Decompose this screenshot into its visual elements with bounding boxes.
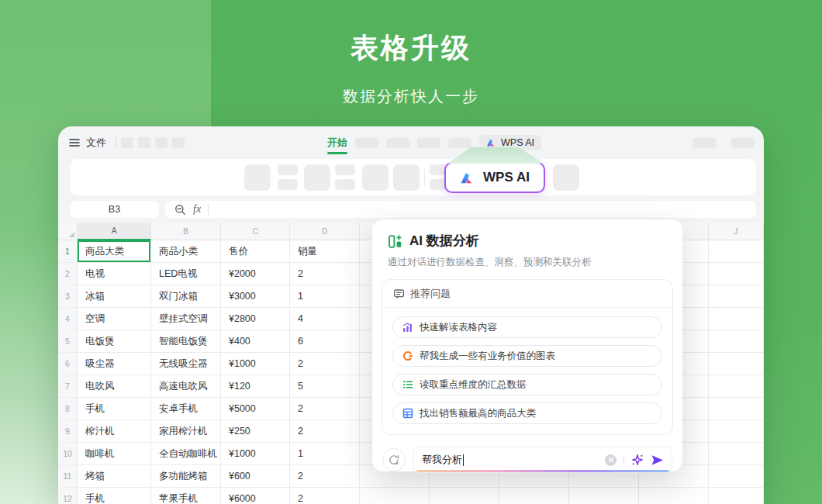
cell[interactable] bbox=[569, 488, 639, 504]
cell[interactable]: ¥2800 bbox=[221, 308, 290, 330]
toolbar-button-placeholder[interactable] bbox=[244, 164, 271, 191]
row-header-2[interactable]: 2 bbox=[58, 263, 78, 285]
cell[interactable]: 1 bbox=[290, 443, 360, 465]
clear-input-button[interactable] bbox=[605, 454, 616, 466]
row-header-10[interactable]: 10 bbox=[58, 443, 78, 465]
cell[interactable] bbox=[709, 420, 764, 443]
tab-placeholder[interactable] bbox=[386, 138, 409, 148]
toolbar-button-placeholder[interactable] bbox=[335, 164, 355, 190]
file-menu[interactable]: 文件 bbox=[86, 136, 106, 150]
select-all-corner[interactable] bbox=[58, 223, 78, 240]
cell[interactable]: 手机 bbox=[78, 488, 151, 504]
window-control-placeholder[interactable] bbox=[692, 138, 716, 148]
cell[interactable] bbox=[709, 443, 764, 465]
cell[interactable]: ¥1000 bbox=[221, 353, 290, 375]
cell[interactable] bbox=[709, 330, 764, 353]
cell[interactable]: 高速电吹风 bbox=[151, 375, 221, 398]
row-header-9[interactable]: 9 bbox=[58, 420, 78, 443]
cell[interactable]: 2 bbox=[290, 353, 360, 375]
cell[interactable]: 1 bbox=[290, 285, 360, 308]
row-header-5[interactable]: 5 bbox=[58, 330, 78, 353]
cell[interactable]: 2 bbox=[290, 465, 360, 488]
cell[interactable] bbox=[709, 308, 764, 330]
tab-placeholder[interactable] bbox=[417, 138, 440, 148]
cell[interactable] bbox=[709, 285, 764, 308]
cell[interactable]: 手机 bbox=[78, 398, 151, 420]
row-header-11[interactable]: 11 bbox=[58, 465, 78, 488]
tab-placeholder[interactable] bbox=[355, 138, 378, 148]
cell[interactable]: 商品大类 bbox=[78, 240, 151, 263]
cell[interactable]: ¥5000 bbox=[221, 398, 290, 420]
tab-home[interactable]: 开始 bbox=[327, 136, 347, 150]
cell[interactable] bbox=[709, 465, 764, 488]
cell[interactable]: 5 bbox=[290, 375, 360, 398]
formula-input-bar[interactable]: fx bbox=[165, 201, 756, 218]
cell[interactable] bbox=[639, 488, 709, 504]
column-header-B[interactable]: B bbox=[151, 223, 221, 240]
cell[interactable] bbox=[360, 488, 430, 504]
hamburger-menu-icon[interactable] bbox=[68, 136, 81, 149]
cell[interactable]: 咖啡机 bbox=[78, 443, 151, 465]
cell[interactable]: 电视 bbox=[78, 263, 151, 285]
suggestion-pill[interactable]: 帮我生成一些有业务价值的图表 bbox=[392, 345, 662, 367]
cell[interactable]: 2 bbox=[290, 488, 360, 504]
ai-input[interactable]: 帮我分析 bbox=[413, 447, 672, 473]
cell[interactable] bbox=[709, 488, 764, 504]
cell[interactable]: 2 bbox=[290, 263, 360, 285]
cell[interactable]: ¥2000 bbox=[221, 263, 290, 285]
cell[interactable]: 壁挂式空调 bbox=[151, 308, 221, 330]
column-header-C[interactable]: C bbox=[221, 223, 290, 240]
cell[interactable]: 6 bbox=[290, 330, 360, 353]
cell[interactable] bbox=[709, 240, 764, 263]
quick-action-placeholder[interactable] bbox=[121, 137, 133, 148]
cell[interactable]: LED电视 bbox=[151, 263, 221, 285]
toolbar-button-placeholder[interactable] bbox=[278, 164, 298, 190]
row-header-1[interactable]: 1 bbox=[58, 240, 78, 263]
column-header-J[interactable]: J bbox=[709, 223, 764, 240]
cell[interactable]: 全自动咖啡机 bbox=[151, 443, 221, 465]
cell[interactable]: ¥400 bbox=[221, 330, 290, 353]
cell[interactable]: 烤箱 bbox=[78, 465, 151, 488]
cell[interactable]: ¥120 bbox=[221, 375, 290, 398]
cell[interactable]: ¥1000 bbox=[221, 443, 290, 465]
cell[interactable]: 苹果手机 bbox=[151, 488, 221, 504]
quick-action-placeholder[interactable] bbox=[155, 137, 168, 148]
row-header-12[interactable]: 12 bbox=[58, 488, 78, 504]
column-header-D[interactable]: D bbox=[290, 223, 360, 240]
quick-action-placeholder[interactable] bbox=[172, 137, 185, 148]
cell[interactable]: ¥250 bbox=[221, 420, 290, 443]
cell[interactable] bbox=[430, 488, 499, 504]
cell[interactable]: 智能电饭煲 bbox=[151, 330, 221, 353]
cell[interactable]: 电饭煲 bbox=[78, 330, 151, 353]
cell[interactable]: 2 bbox=[290, 420, 360, 443]
cell[interactable]: 2 bbox=[290, 398, 360, 420]
cell[interactable]: 冰箱 bbox=[78, 285, 151, 308]
cell[interactable]: 安卓手机 bbox=[151, 398, 221, 420]
new-conversation-button[interactable] bbox=[382, 448, 406, 471]
cell[interactable] bbox=[709, 398, 764, 420]
window-control-placeholder[interactable] bbox=[731, 138, 755, 148]
cell[interactable]: 4 bbox=[290, 308, 360, 330]
cell[interactable]: 榨汁机 bbox=[78, 420, 151, 443]
row-header-3[interactable]: 3 bbox=[58, 285, 78, 308]
cell[interactable]: ¥600 bbox=[221, 465, 290, 488]
cell[interactable] bbox=[709, 353, 764, 375]
cell[interactable]: 商品小类 bbox=[151, 240, 221, 263]
row-header-4[interactable]: 4 bbox=[58, 308, 78, 330]
suggestion-pill[interactable]: 找出销售额最高的商品大类 bbox=[392, 402, 662, 424]
cell[interactable]: 空调 bbox=[78, 308, 151, 330]
cell-reference-box[interactable]: B3 bbox=[70, 201, 159, 218]
cell[interactable]: 双门冰箱 bbox=[151, 285, 221, 308]
send-button[interactable] bbox=[651, 454, 664, 466]
cell[interactable]: ¥3000 bbox=[221, 285, 290, 308]
cell[interactable]: 吸尘器 bbox=[78, 353, 151, 375]
cell[interactable] bbox=[709, 375, 764, 398]
cell[interactable]: 售价 bbox=[221, 240, 290, 263]
toolbar-button-placeholder[interactable] bbox=[393, 164, 420, 191]
cell[interactable] bbox=[709, 263, 764, 285]
tab-placeholder[interactable] bbox=[448, 138, 471, 148]
sparkle-magic-icon[interactable] bbox=[631, 454, 644, 466]
cell[interactable]: 多功能烤箱 bbox=[151, 465, 221, 488]
cell[interactable]: 电吹风 bbox=[78, 375, 151, 398]
wps-ai-button[interactable]: WPS AI bbox=[444, 162, 545, 193]
